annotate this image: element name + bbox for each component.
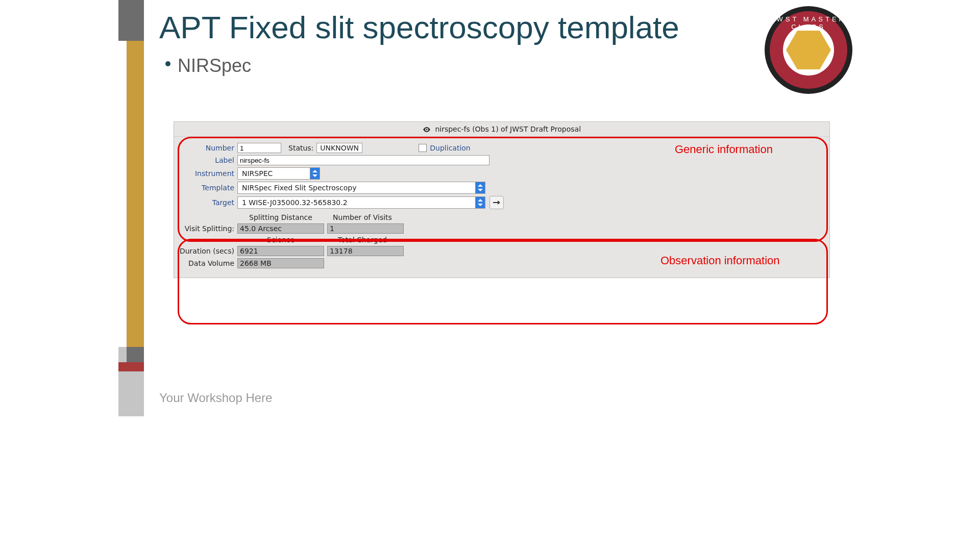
instrument-value: NIRSPEC (242, 169, 273, 178)
chevron-updown-icon (475, 197, 485, 208)
col-splitting-distance: Splitting Distance (237, 213, 324, 221)
label-number: Number (178, 144, 234, 152)
subtitle: NIRSpec (178, 55, 251, 77)
label-data-volume: Data Volume (178, 259, 234, 267)
label-template: Template (178, 184, 234, 192)
slide: JWST MASTER CLASS APT Fixed slit spectro… (118, 0, 862, 416)
row-visit-headers: Splitting Distance Number of Visits (178, 213, 825, 221)
label-instrument: Instrument (178, 169, 234, 178)
number-input[interactable] (237, 143, 281, 153)
footer-text: Your Workshop Here (159, 391, 272, 405)
logo-text: JWST MASTER CLASS (771, 15, 846, 31)
row-visit-splitting: Visit Splitting: 45.0 Arcsec 1 (178, 223, 825, 234)
duplication-link[interactable]: Duplication (430, 144, 470, 152)
status-value: UNKNOWN (316, 143, 362, 153)
decor-bar (118, 362, 144, 371)
bullet-icon (165, 61, 170, 66)
row-template: Template NIRSpec Fixed Slit Spectroscopy (178, 182, 825, 194)
apt-panel-header: nirspec-fs (Obs 1) of JWST Draft Proposa… (174, 122, 829, 137)
eye-icon (423, 122, 431, 137)
template-value: NIRSpec Fixed Slit Spectroscopy (242, 184, 357, 192)
decor-bar (127, 41, 144, 347)
col-total-charged: Total Charged (324, 236, 401, 244)
row-label: Label (178, 155, 825, 165)
duplication-checkbox[interactable] (419, 144, 427, 152)
label-status: Status: (288, 144, 313, 152)
decor-bar (118, 0, 144, 41)
template-select[interactable]: NIRSpec Fixed Slit Spectroscopy (237, 182, 485, 194)
row-duration-headers: Science Total Charged (178, 236, 825, 244)
data-volume-value: 2668 MB (237, 258, 324, 268)
label-visit-splitting: Visit Splitting: (178, 224, 234, 233)
col-number-visits: Number of Visits (324, 213, 401, 221)
label-duration: Duration (secs) (178, 247, 234, 255)
label-input[interactable] (237, 155, 489, 165)
arrow-right-icon (493, 199, 500, 206)
apt-header-text: nirspec-fs (Obs 1) of JWST Draft Proposa… (435, 125, 581, 133)
row-target: Target 1 WISE-J035000.32-565830.2 (178, 196, 825, 209)
chevron-updown-icon (310, 168, 320, 179)
svg-point-0 (426, 129, 428, 131)
page-title: APT Fixed slit spectroscopy template (159, 9, 679, 45)
jwst-master-class-logo: JWST MASTER CLASS (765, 6, 852, 94)
splitting-distance-value: 45.0 Arcsec (237, 223, 324, 234)
label-label: Label (178, 156, 234, 164)
target-select[interactable]: 1 WISE-J035000.32-565830.2 (237, 196, 485, 209)
chevron-updown-icon (475, 182, 485, 193)
total-charged-secs-value: 13178 (327, 246, 404, 256)
col-science: Science (237, 236, 324, 244)
annotation-label-observation: Observation information (660, 254, 780, 267)
number-visits-value: 1 (327, 223, 404, 234)
science-secs-value: 6921 (237, 246, 324, 256)
instrument-select[interactable]: NIRSPEC (237, 167, 320, 180)
target-go-button[interactable] (489, 196, 504, 209)
target-value: 1 WISE-J035000.32-565830.2 (242, 198, 348, 207)
annotation-label-generic: Generic information (675, 143, 773, 156)
row-instrument: Instrument NIRSPEC (178, 167, 825, 180)
label-target: Target (178, 198, 234, 207)
